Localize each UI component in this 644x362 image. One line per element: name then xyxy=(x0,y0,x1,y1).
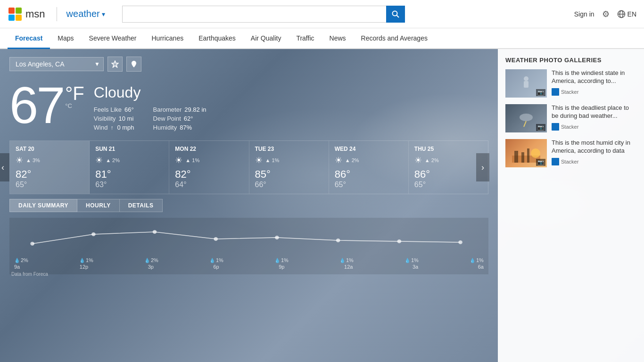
forecast-prev-button[interactable]: ‹ xyxy=(0,153,9,181)
precip-9p: 💧1% xyxy=(274,257,289,263)
svg-rect-25 xyxy=(521,152,524,163)
temperature-display: 67 °F °C xyxy=(9,79,84,131)
temperature-value: 67 xyxy=(9,79,63,131)
sun-icon-0: ☀ xyxy=(16,155,23,165)
wind-label: Wind xyxy=(94,124,108,131)
nav-item-maps[interactable]: Maps xyxy=(50,28,81,49)
gallery-item-2[interactable]: 📷 This is the most humid city in America… xyxy=(505,139,636,167)
msn-logo[interactable]: msn xyxy=(8,7,45,22)
language-button[interactable]: EN xyxy=(617,10,636,18)
time-12a: 12a xyxy=(344,264,353,270)
forecast-next-button[interactable]: › xyxy=(476,153,489,181)
forecast-day-2[interactable]: MON 22 ☀ ▲ 1% 82° 64° xyxy=(169,141,249,194)
search-button[interactable] xyxy=(386,6,405,23)
barometer-stat: Barometer 29.82 in xyxy=(153,106,206,113)
camera-icon-2: 📷 xyxy=(536,159,545,166)
forecast-day-3[interactable]: TUE 23 ☀ ▲ 1% 85° 66° xyxy=(249,141,329,194)
source-name-2: Stacker xyxy=(561,159,578,165)
weather-brand[interactable]: weather ▾ xyxy=(66,8,105,19)
precip-3p: 💧2% xyxy=(144,257,158,263)
day-label-0: SAT 20 xyxy=(16,146,83,152)
gallery-text-1: This is the deadliest place to be during… xyxy=(552,104,636,132)
svg-point-4 xyxy=(392,11,397,16)
tab-daily-summary[interactable]: DAILY SUMMARY xyxy=(9,199,77,212)
feels-like-label: Feels Like xyxy=(94,106,122,113)
svg-point-10 xyxy=(30,242,34,246)
time-3a: 3a xyxy=(413,264,418,270)
nav-item-news[interactable]: News xyxy=(322,28,354,49)
storm-image xyxy=(517,109,536,128)
favorite-location-button[interactable] xyxy=(107,57,123,72)
temp-fahrenheit: °F xyxy=(65,84,84,103)
time-12p: 12p xyxy=(80,264,88,270)
humidity-value: 87% xyxy=(180,124,192,131)
svg-line-21 xyxy=(524,121,526,127)
drop-icon-12p: 💧 xyxy=(79,258,85,263)
chart-precip-row: 💧2% 💧1% 💧2% 💧1% 💧1% 💧1% 💧1% 💧1% xyxy=(9,257,488,263)
feels-like-value: 66° xyxy=(124,106,134,113)
forecast-day-1[interactable]: SUN 21 ☀ ▲ 2% 81° 63° xyxy=(90,141,169,194)
msn-label: msn xyxy=(25,8,45,20)
main-content: Los Angeles, CA ▼ 67 °F °C xyxy=(0,49,644,362)
precip-12p: 💧1% xyxy=(79,257,93,263)
weather-dropdown-icon: ▾ xyxy=(102,10,105,18)
location-dropdown-wrapper: Los Angeles, CA ▼ xyxy=(9,57,104,71)
tab-hourly[interactable]: HOURLY xyxy=(77,199,120,212)
search-icon xyxy=(391,10,400,18)
visibility-value: 10 mi xyxy=(119,115,134,122)
person-in-wind-image xyxy=(517,74,536,93)
time-6p: 6p xyxy=(213,264,219,270)
temperature-unit: °F °C xyxy=(65,84,84,109)
forecast-day-0[interactable]: SAT 20 ☀ ▲ 3% 82° 65° xyxy=(10,141,90,194)
gallery-headline-0: This is the windiest state in America, a… xyxy=(552,69,636,85)
gallery-item-0[interactable]: 📷 This is the windiest state in America,… xyxy=(505,69,636,98)
weather-stats: Feels Like 66° Barometer 29.82 in Visibi… xyxy=(94,106,206,131)
tab-details[interactable]: DETAILS xyxy=(120,199,163,212)
visibility-label: Visibility xyxy=(94,115,116,122)
visibility-stat: Visibility 10 mi xyxy=(94,115,134,122)
feels-like-stat: Feels Like 66° xyxy=(94,106,134,113)
humidity-label: Humidity xyxy=(153,124,177,131)
time-3p: 3p xyxy=(148,264,154,270)
sidebar: WEATHER PHOTO GALLERIES 📷 This is the wi… xyxy=(498,49,644,362)
nav-item-air[interactable]: Air Quality xyxy=(243,28,289,49)
day-low-5: 65° xyxy=(414,181,482,189)
dew-point-label: Dew Point xyxy=(153,115,181,122)
forecast-strip-wrapper: ‹ SAT 20 ☀ ▲ 3% 82° 65° SUN 21 ☀ ▲ 2% 81… xyxy=(9,140,488,194)
nav-item-traffic[interactable]: Traffic xyxy=(289,28,322,49)
day-icon-row-2: ☀ ▲ 1% xyxy=(175,155,243,165)
temp-celsius-link[interactable]: °C xyxy=(65,103,84,109)
search-container xyxy=(122,6,405,23)
gallery-source-2: Stacker xyxy=(552,158,636,165)
settings-icon[interactable]: ⚙ xyxy=(602,9,610,19)
nav-item-forecast[interactable]: Forecast xyxy=(8,28,50,49)
day-low-3: 66° xyxy=(255,181,323,189)
weather-label: weather xyxy=(66,8,100,19)
nav-item-records[interactable]: Records and Averages xyxy=(354,28,435,49)
precip-6a: 💧1% xyxy=(470,257,484,263)
gallery-item-1[interactable]: 📷 This is the deadliest place to be duri… xyxy=(505,104,636,132)
location-select[interactable]: Los Angeles, CA xyxy=(9,57,104,71)
gallery-text-2: This is the most humid city in America, … xyxy=(552,139,636,167)
nav-item-severe[interactable]: Severe Weather xyxy=(82,28,144,49)
svg-point-17 xyxy=(458,240,462,244)
day-high-5: 86° xyxy=(414,168,482,181)
svg-rect-2 xyxy=(8,15,15,21)
nav-item-hurricanes[interactable]: Hurricanes xyxy=(144,28,191,49)
language-label: EN xyxy=(627,10,636,18)
sign-in-link[interactable]: Sign in xyxy=(574,10,594,18)
search-input[interactable] xyxy=(122,6,386,23)
day-high-4: 86° xyxy=(335,168,403,181)
nav-item-earthquakes[interactable]: Earthquakes xyxy=(191,28,243,49)
svg-point-23 xyxy=(531,148,540,158)
dew-point-value: 62° xyxy=(184,115,193,122)
header-right: Sign in ⚙ EN xyxy=(574,9,636,19)
precip-4: ▲ 2% xyxy=(345,157,359,163)
forecast-day-4[interactable]: WED 24 ☀ ▲ 2% 86° 65° xyxy=(329,141,409,194)
sun-icon-2: ☀ xyxy=(175,155,182,165)
drop-icon-9a: 💧 xyxy=(14,258,20,263)
day-high-2: 82° xyxy=(175,168,243,181)
svg-marker-9 xyxy=(112,61,118,67)
current-location-button[interactable] xyxy=(126,57,141,72)
source-name-1: Stacker xyxy=(561,124,578,130)
